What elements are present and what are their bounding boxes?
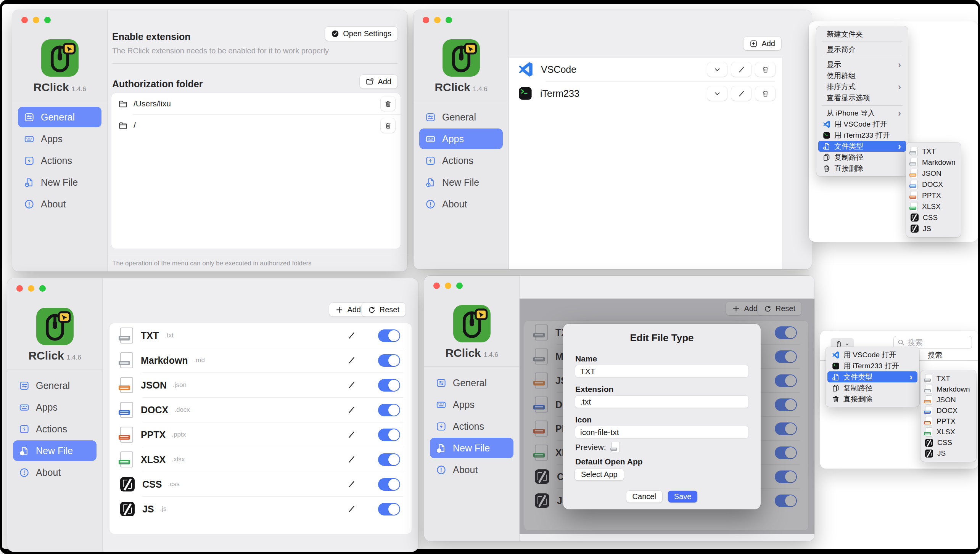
edit-app-button[interactable] [731, 62, 751, 77]
menu-item-sort-by[interactable]: 排序方式 [818, 81, 906, 92]
sidebar-item-apps[interactable]: Apps [430, 394, 513, 415]
close-button[interactable] [433, 283, 440, 289]
edit-pencil-icon[interactable] [347, 381, 356, 390]
sidebar-item-new-file[interactable]: New File [13, 440, 97, 461]
sidebar-item-about[interactable]: About [13, 462, 97, 483]
sidebar-item-about[interactable]: About [419, 194, 503, 214]
file-type-toggle[interactable] [378, 429, 400, 441]
menu-item-open-vscode[interactable]: 用 VSCode 打开 [818, 119, 906, 130]
open-settings-button[interactable]: Open Settings [325, 27, 397, 41]
submenu-item-pptx[interactable]: PPTX [920, 416, 976, 427]
edit-pencil-icon[interactable] [347, 480, 356, 489]
submenu-item-css[interactable]: CSS [920, 437, 976, 448]
zoom-button[interactable] [446, 17, 452, 23]
cancel-button[interactable]: Cancel [626, 491, 662, 503]
menu-item-copy-path[interactable]: 复制路径 [818, 152, 906, 163]
menu-item-view-options[interactable]: 查看显示选项 [818, 92, 906, 103]
menu-item-file-type[interactable]: 文件类型 [818, 141, 906, 152]
file-type-toggle[interactable] [378, 503, 400, 515]
sidebar-item-general[interactable]: General [18, 107, 101, 127]
menu-item-open-iterm[interactable]: 用 iTerm233 打开 [818, 130, 906, 141]
sidebar-item-general[interactable]: General [430, 373, 513, 393]
delete-app-button[interactable] [755, 62, 775, 77]
menu-item-new-folder[interactable]: 新建文件夹 [818, 29, 906, 40]
search-input[interactable] [908, 336, 969, 348]
menu-item-file-type[interactable]: 文件类型 [827, 371, 917, 382]
submenu-item-js[interactable]: JS [920, 448, 976, 459]
zoom-button[interactable] [39, 285, 46, 292]
edit-pencil-icon[interactable] [347, 455, 356, 464]
menu-item-import-iphone[interactable]: 从 iPhone 导入 [818, 108, 906, 119]
sidebar-item-general[interactable]: General [419, 107, 503, 127]
minimize-button[interactable] [434, 17, 441, 23]
submenu-item-markdown[interactable]: Markdown [906, 157, 961, 168]
sidebar-item-actions[interactable]: Actions [13, 419, 97, 439]
close-button[interactable] [21, 17, 28, 23]
submenu-item-js[interactable]: JS [906, 223, 961, 234]
edit-pencil-icon[interactable] [347, 430, 356, 439]
menu-item-open-vscode[interactable]: 用 VSCode 打开 [827, 349, 917, 360]
select-app-button[interactable]: Select App [575, 469, 624, 480]
expand-app-button[interactable] [707, 86, 727, 101]
sidebar-item-actions[interactable]: Actions [419, 150, 503, 171]
close-button[interactable] [16, 285, 23, 292]
edit-pencil-icon[interactable] [347, 356, 356, 365]
icon-field[interactable] [575, 426, 749, 438]
submenu-item-docx[interactable]: DOCX [906, 179, 961, 190]
file-type-toggle[interactable] [378, 453, 400, 466]
close-button[interactable] [423, 17, 429, 23]
edit-pencil-icon[interactable] [347, 405, 356, 414]
submenu-item-css[interactable]: CSS [906, 212, 961, 223]
edit-app-button[interactable] [731, 86, 751, 101]
submenu-item-xlsx[interactable]: XLSX [920, 427, 976, 437]
delete-folder-button[interactable] [381, 96, 395, 111]
sidebar-item-general[interactable]: General [13, 375, 97, 396]
expand-app-button[interactable] [707, 62, 727, 77]
extension-field[interactable] [575, 395, 749, 408]
sidebar-item-apps[interactable]: Apps [18, 128, 101, 149]
edit-pencil-icon[interactable] [347, 331, 356, 340]
sidebar-item-new-file[interactable]: New File [18, 172, 101, 193]
edit-pencil-icon[interactable] [347, 504, 356, 514]
menu-item-use-groups[interactable]: 使用群组 [818, 70, 906, 81]
submenu-item-xlsx[interactable]: XLSX [906, 201, 961, 212]
menu-item-delete-direct[interactable]: 直接删除 [827, 393, 917, 405]
file-type-toggle[interactable] [378, 478, 400, 491]
file-type-toggle[interactable] [378, 404, 400, 416]
submenu-item-docx[interactable]: DOCX [920, 405, 976, 416]
submenu-item-json[interactable]: JSON [920, 395, 976, 405]
menu-item-delete-direct[interactable]: 直接删除 [818, 163, 906, 174]
file-type-toggle[interactable] [378, 354, 400, 367]
minimize-button[interactable] [445, 283, 451, 289]
zoom-button[interactable] [456, 283, 463, 289]
menu-item-open-iterm[interactable]: 用 iTerm233 打开 [827, 360, 917, 371]
minimize-button[interactable] [28, 285, 34, 292]
add-app-button[interactable]: Add [743, 37, 781, 50]
add-folder-button[interactable]: Add [360, 75, 397, 88]
sidebar-item-apps[interactable]: Apps [419, 128, 503, 149]
submenu-item-markdown[interactable]: Markdown [920, 384, 976, 395]
menu-item-copy-path[interactable]: 复制路径 [827, 382, 917, 393]
sidebar-item-new-file[interactable]: New File [419, 172, 503, 193]
minimize-button[interactable] [33, 17, 39, 23]
sidebar-item-new-file[interactable]: New File [430, 438, 513, 458]
sidebar-item-about[interactable]: About [430, 459, 513, 480]
save-button[interactable]: Save [668, 491, 698, 503]
submenu-item-json[interactable]: JSON [906, 168, 961, 179]
sidebar-item-actions[interactable]: Actions [430, 416, 513, 437]
delete-folder-button[interactable] [381, 118, 395, 133]
sidebar-item-apps[interactable]: Apps [13, 397, 97, 418]
file-type-toggle[interactable] [378, 329, 400, 342]
submenu-item-txt[interactable]: TXT [920, 373, 976, 384]
sidebar-item-actions[interactable]: Actions [18, 150, 101, 171]
sidebar-item-about[interactable]: About [18, 194, 101, 214]
name-field[interactable] [575, 365, 749, 377]
reset-button[interactable]: Reset [362, 303, 406, 316]
submenu-item-txt[interactable]: TXT [906, 146, 961, 157]
menu-item-show[interactable]: 显示 [818, 59, 906, 70]
file-type-toggle[interactable] [378, 379, 400, 392]
zoom-button[interactable] [44, 17, 51, 23]
delete-app-button[interactable] [755, 86, 775, 101]
submenu-item-pptx[interactable]: PPTX [906, 190, 961, 201]
menu-item-get-info[interactable]: 显示简介 [818, 44, 906, 55]
